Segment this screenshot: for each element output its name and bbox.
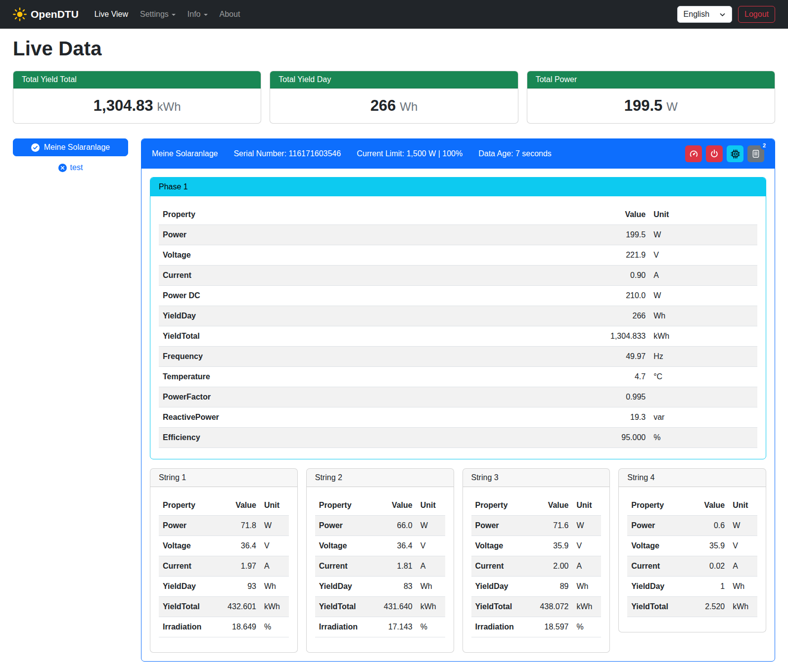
table-row: YieldTotal432.601kWh: [159, 597, 289, 617]
unit-cell: V: [572, 536, 601, 556]
phase-card-body: Property Value Unit Power199.5WVoltage22…: [150, 196, 766, 459]
property-cell: Irradiation: [159, 617, 217, 637]
chevron-down-icon: [719, 11, 726, 18]
column-header-value: Value: [530, 495, 573, 516]
nav-item-info[interactable]: Info: [183, 6, 213, 23]
logout-button[interactable]: Logout: [738, 6, 775, 23]
summary-value: 266: [371, 97, 396, 114]
value-cell: 18.649: [217, 617, 260, 637]
unit-cell: var: [649, 407, 757, 428]
table-row: Irradiation17.143%: [315, 617, 445, 637]
column-header-property: Property: [627, 495, 686, 516]
property-cell: YieldDay: [159, 306, 578, 326]
table-row: Voltage221.9V: [159, 245, 757, 266]
value-cell: 35.9: [686, 536, 729, 556]
unit-cell: W: [729, 516, 757, 536]
column-header-unit: Unit: [649, 205, 757, 225]
unit-cell: W: [260, 516, 289, 536]
table-header-row: Property Value Unit: [627, 495, 757, 516]
string-card-title: String 1: [150, 469, 297, 487]
property-cell: Voltage: [315, 536, 373, 556]
string-table: Property Value Unit Power71.6WVoltage35.…: [471, 495, 602, 637]
unit-cell: A: [649, 266, 757, 286]
property-cell: YieldDay: [627, 577, 686, 597]
brand[interactable]: OpenDTU: [13, 7, 79, 21]
inverter-selected-button[interactable]: Meine Solaranlage: [13, 138, 128, 156]
card-total-yield-total: Total Yield Total 1,304.83kWh: [13, 71, 261, 124]
value-cell: 221.9: [578, 245, 649, 266]
unit-cell: °C: [649, 367, 757, 387]
nav-item-label: Live View: [94, 10, 128, 19]
unit-cell: kWh: [417, 597, 445, 617]
value-cell: 36.4: [373, 536, 417, 556]
column-header-unit: Unit: [572, 495, 601, 516]
value-cell: 19.3: [578, 407, 649, 428]
navbar: OpenDTU Live View Settings Info About En…: [0, 0, 788, 29]
column-header-value: Value: [217, 495, 260, 516]
table-row: Current2.00A: [471, 556, 602, 577]
table-row: Power DC210.0W: [159, 286, 757, 306]
table-row: YieldDay93Wh: [159, 577, 289, 597]
power-button[interactable]: [706, 145, 723, 162]
column-header-property: Property: [471, 495, 530, 516]
limit-settings-button[interactable]: [685, 145, 702, 162]
summary-unit: Wh: [400, 100, 417, 113]
table-row: Current1.81A: [315, 556, 445, 577]
table-header-row: Property Value Unit: [471, 495, 602, 516]
summary-value: 199.5: [624, 97, 663, 114]
summary-card-title: Total Yield Total: [13, 71, 261, 89]
unit-cell: Hz: [649, 347, 757, 367]
string-card: String 3 Property Value Unit Power71.6WV…: [463, 468, 610, 653]
unit-cell: V: [649, 245, 757, 266]
value-cell: 2.00: [530, 556, 573, 577]
table-row: YieldTotal438.072kWh: [471, 597, 602, 617]
value-cell: 83: [373, 577, 417, 597]
inverter-data-age: Data Age: 7 seconds: [478, 149, 552, 158]
property-cell: Current: [471, 556, 530, 577]
unit-cell: W: [649, 225, 757, 245]
unit-cell: V: [260, 536, 289, 556]
check-circle-icon: [31, 143, 40, 152]
value-cell: 95.000: [578, 428, 649, 448]
unit-cell: kWh: [260, 597, 289, 617]
phase-card: Phase 1 Property Value Unit Power199.5WV…: [150, 177, 766, 459]
inverter-list-sidebar: Meine Solaranlage test: [13, 138, 128, 174]
value-cell: 438.072: [530, 597, 573, 617]
unit-cell: W: [649, 286, 757, 306]
value-cell: 1.81: [373, 556, 417, 577]
table-row: Power199.5W: [159, 225, 757, 245]
table-header-row: Property Value Unit: [315, 495, 445, 516]
unit-cell: A: [729, 556, 757, 577]
property-cell: YieldDay: [315, 577, 373, 597]
language-select[interactable]: English: [677, 6, 732, 23]
event-log-button[interactable]: 2: [747, 145, 764, 162]
nav-item-label: About: [220, 10, 240, 19]
device-info-button[interactable]: [727, 145, 743, 162]
table-row: Current1.97A: [159, 556, 289, 577]
caret-down-icon: [204, 14, 208, 16]
value-cell: 1,304.833: [578, 326, 649, 347]
property-cell: Irradiation: [315, 617, 373, 637]
unit-cell: V: [417, 536, 445, 556]
brand-label: OpenDTU: [31, 8, 79, 20]
table-row: YieldTotal1,304.833kWh: [159, 326, 757, 347]
nav-item-settings[interactable]: Settings: [135, 6, 181, 23]
property-cell: ReactivePower: [159, 407, 578, 428]
unit-cell: %: [649, 428, 757, 448]
language-value: English: [684, 10, 709, 19]
nav-item-about[interactable]: About: [215, 6, 245, 23]
value-cell: 35.9: [530, 536, 573, 556]
unit-cell: A: [417, 556, 445, 577]
inverter-selected-label: Meine Solaranlage: [44, 143, 110, 152]
nav-item-live-view[interactable]: Live View: [90, 6, 133, 23]
string-card-title: String 4: [619, 469, 766, 487]
column-header-property: Property: [315, 495, 373, 516]
string-card-body: Property Value Unit Power71.8WVoltage36.…: [150, 487, 297, 652]
value-cell: 431.640: [373, 597, 417, 617]
table-row: ReactivePower19.3var: [159, 407, 757, 428]
inverter-item-test[interactable]: test: [13, 161, 128, 174]
property-cell: Efficiency: [159, 428, 578, 448]
summary-unit: W: [666, 100, 678, 113]
speedometer-icon: [689, 149, 698, 159]
table-row: Voltage36.4V: [159, 536, 289, 556]
